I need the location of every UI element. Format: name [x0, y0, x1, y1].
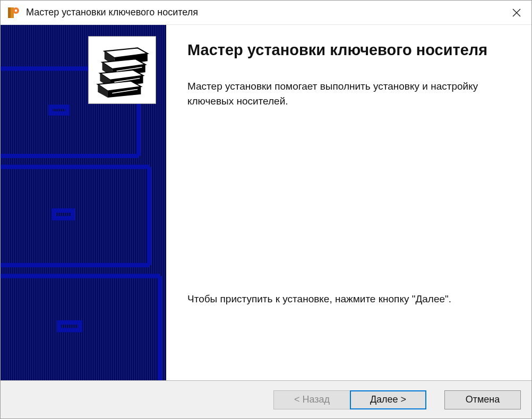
next-button[interactable]: Далее >	[350, 390, 426, 409]
close-button[interactable]	[505, 4, 528, 22]
wizard-window: Мастер установки ключевого носителя	[0, 0, 532, 419]
wizard-footer: < Назад Далее > Отмена	[1, 381, 531, 418]
back-button: < Назад	[273, 390, 350, 409]
wizard-description: Мастер установки помогает выполнить уста…	[187, 79, 510, 109]
cancel-button[interactable]: Отмена	[444, 390, 521, 409]
close-icon	[512, 8, 521, 18]
app-icon	[7, 6, 20, 19]
window-title: Мастер установки ключевого носителя	[26, 7, 505, 18]
server-icon	[88, 36, 156, 104]
main-panel: Мастер установки ключевого носителя Маст…	[166, 25, 531, 380]
svg-point-3	[15, 9, 17, 11]
content-area: Мастер установки ключевого носителя Маст…	[1, 25, 531, 381]
title-bar: Мастер установки ключевого носителя	[1, 1, 531, 25]
nav-button-group: < Назад Далее >	[273, 390, 426, 409]
spacer	[187, 109, 510, 293]
wizard-instruction: Чтобы приступить к установке, нажмите кн…	[187, 293, 510, 305]
wizard-heading: Мастер установки ключевого носителя	[187, 40, 510, 60]
wizard-banner	[1, 25, 166, 380]
